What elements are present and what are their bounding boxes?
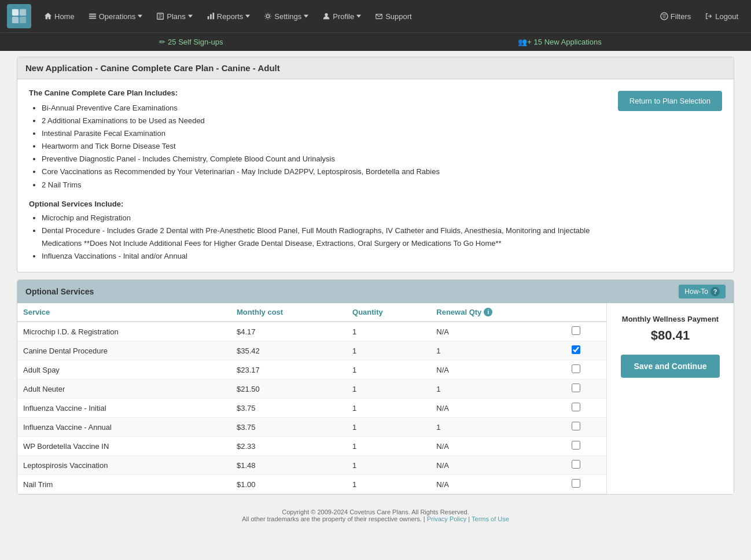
list-item: 2 Nail Trims	[42, 179, 606, 191]
service-checkbox[interactable]	[572, 460, 580, 469]
service-quantity: 1	[347, 475, 430, 494]
service-checkbox[interactable]	[572, 403, 580, 411]
service-checkbox[interactable]	[572, 479, 580, 488]
save-continue-button[interactable]: Save and Continue	[621, 355, 719, 378]
service-name: Adult Spay	[17, 360, 231, 380]
optional-services-title: Optional Services	[25, 287, 94, 296]
services-table-header-row: Service Monthly cost Quantity Renewal Qt…	[17, 303, 606, 322]
svg-point-11	[267, 14, 270, 17]
self-signups-notif[interactable]: ✏ 25 Self Sign-ups	[9, 38, 373, 46]
plan-description: The Canine Complete Care Plan Includes: …	[29, 89, 606, 263]
services-table-wrap: Service Monthly cost Quantity Renewal Qt…	[17, 303, 606, 494]
plan-optional-list: Microchip and RegistrationDental Procedu…	[29, 212, 606, 263]
nav-plans[interactable]: Plans	[150, 0, 198, 32]
svg-rect-1	[20, 9, 26, 16]
new-applications-notif[interactable]: 👥+ 15 New Applications	[378, 38, 742, 46]
footer-copyright: Copyright © 2009-2024 Covetrus Care Plan…	[17, 509, 734, 515]
service-cost: $35.42	[231, 341, 347, 360]
service-quantity: 1	[347, 341, 430, 360]
table-row: Influenza Vaccine - Annual$3.7511	[17, 418, 606, 437]
service-checkbox[interactable]	[572, 441, 580, 450]
table-row: Adult Spay$23.171N/A	[17, 360, 606, 380]
svg-rect-0	[12, 9, 19, 16]
list-item: 2 Additional Examinations to be Used as …	[42, 115, 606, 127]
how-to-button[interactable]: How-To ?	[679, 285, 726, 299]
nav-logout[interactable]: Logout	[699, 0, 744, 32]
payment-panel: Monthly Wellness Payment $80.41 Save and…	[606, 303, 734, 494]
main-content: New Application - Canine Complete Care P…	[11, 57, 740, 532]
col-renewal-qty: Renewal Qty i	[430, 303, 566, 322]
nav-settings[interactable]: Settings	[258, 0, 314, 32]
service-checkbox[interactable]	[572, 345, 580, 354]
nav-home[interactable]: Home	[38, 0, 80, 32]
table-row: Adult Neuter$21.5011	[17, 380, 606, 399]
nav-filters[interactable]: Filters	[654, 0, 697, 32]
service-name: Canine Dental Procedure	[17, 341, 231, 360]
svg-rect-6	[89, 18, 96, 19]
nav-profile[interactable]: Profile	[316, 0, 367, 32]
monthly-payment-label: Monthly Wellness Payment	[622, 315, 719, 323]
privacy-policy-link[interactable]: Privacy Policy	[427, 515, 466, 522]
table-row: Microchip I.D. & Registration$4.171N/A	[17, 322, 606, 341]
svg-rect-10	[212, 13, 214, 19]
service-name: Leptospirosis Vaccination	[17, 456, 231, 475]
svg-rect-3	[20, 17, 26, 23]
service-cost: $1.48	[231, 456, 347, 475]
list-item: Bi-Annual Preventive Care Examinations	[42, 102, 606, 115]
footer: Copyright © 2009-2024 Covetrus Care Plan…	[17, 502, 734, 532]
application-card: New Application - Canine Complete Care P…	[17, 57, 734, 272]
service-cost: $1.00	[231, 475, 347, 494]
svg-point-12	[325, 13, 328, 16]
svg-rect-9	[210, 14, 212, 20]
service-quantity: 1	[347, 380, 430, 399]
service-cost: $3.75	[231, 418, 347, 437]
table-row: Influenza Vaccine - Initial$3.751N/A	[17, 399, 606, 418]
optional-services-card: Optional Services How-To ? Service Month…	[17, 279, 734, 495]
nav-support[interactable]: Support	[369, 0, 418, 32]
table-row: Nail Trim$1.001N/A	[17, 475, 606, 494]
service-name: Influenza Vaccine - Annual	[17, 418, 231, 437]
service-quantity: 1	[347, 322, 430, 341]
service-renewal-qty: 1	[430, 341, 566, 360]
service-checkbox[interactable]	[572, 364, 580, 373]
service-cost: $4.17	[231, 322, 347, 341]
application-title: New Application - Canine Complete Care P…	[17, 57, 734, 79]
list-item: Heartworm and Tick Borne Disease Test	[42, 140, 606, 153]
service-quantity: 1	[347, 437, 430, 456]
service-name: Adult Neuter	[17, 380, 231, 399]
service-renewal-qty: N/A	[430, 475, 566, 494]
service-renewal-qty: N/A	[430, 360, 566, 380]
return-to-plan-button[interactable]: Return to Plan Selection	[618, 91, 722, 111]
plan-action-panel: Return to Plan Selection	[618, 89, 722, 263]
service-quantity: 1	[347, 456, 430, 475]
list-item: Microchip and Registration	[42, 212, 606, 224]
service-checkbox[interactable]	[572, 326, 580, 335]
list-item: Dental Procedure - Includes Grade 2 Dent…	[42, 224, 606, 250]
terms-of-use-link[interactable]: Terms of Use	[472, 515, 509, 522]
service-renewal-qty: 1	[430, 418, 566, 437]
plan-includes-heading: The Canine Complete Care Plan Includes:	[29, 89, 606, 97]
monthly-payment-amount: $80.41	[651, 328, 690, 343]
navbar: Home Operations Plans Reports Settings P…	[0, 0, 751, 32]
col-quantity: Quantity	[347, 303, 430, 322]
table-row: WP Bordetella Vaccine IN$2.331N/A	[17, 437, 606, 456]
service-checkbox[interactable]	[572, 384, 580, 392]
service-name: Influenza Vaccine - Initial	[17, 399, 231, 418]
renewal-qty-info-icon: i	[484, 308, 492, 316]
service-checkbox[interactable]	[572, 422, 580, 430]
services-table: Service Monthly cost Quantity Renewal Qt…	[17, 303, 606, 494]
service-cost: $23.17	[231, 360, 347, 380]
table-row: Canine Dental Procedure$35.4211	[17, 341, 606, 360]
service-renewal-qty: 1	[430, 380, 566, 399]
service-quantity: 1	[347, 418, 430, 437]
service-cost: $2.33	[231, 437, 347, 456]
application-body: The Canine Complete Care Plan Includes: …	[17, 79, 734, 272]
plan-includes-list: Bi-Annual Preventive Care Examinations2 …	[29, 102, 606, 191]
plan-layout: The Canine Complete Care Plan Includes: …	[29, 89, 722, 263]
optional-services-header: Optional Services How-To ?	[17, 280, 734, 303]
services-table-body: Microchip I.D. & Registration$4.171N/ACa…	[17, 322, 606, 494]
svg-rect-2	[12, 17, 19, 23]
nav-reports[interactable]: Reports	[201, 0, 256, 32]
nav-operations[interactable]: Operations	[83, 0, 149, 32]
service-renewal-qty: N/A	[430, 437, 566, 456]
